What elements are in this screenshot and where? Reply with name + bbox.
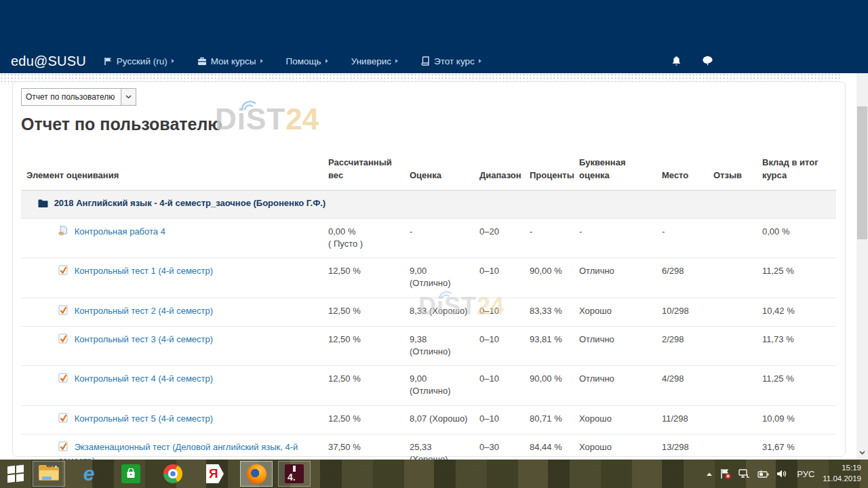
caret-down-icon xyxy=(395,59,398,63)
nav-item-this-course[interactable]: Этот курс xyxy=(421,56,481,66)
taskbar-firefox-button[interactable] xyxy=(240,461,273,487)
contribution-value: 10,09 % xyxy=(757,405,836,434)
action-center-flag-icon[interactable] xyxy=(720,468,731,479)
nav-item-label: Этот курс xyxy=(434,56,475,66)
nav-item-label: Русский (ru) xyxy=(117,56,167,66)
tray-show-hidden-icons-arrow[interactable] xyxy=(706,472,713,476)
user-grade-report-table: Элемент оценивания Рассчитанный вес Оцен… xyxy=(21,154,836,488)
app-4-icon: 4. xyxy=(285,464,304,483)
weight-note: ( Пусто ) xyxy=(328,238,399,250)
volume-icon[interactable] xyxy=(776,469,787,479)
grade-value: 8,33 (Хорошо) xyxy=(404,298,474,326)
feedback-value xyxy=(708,298,757,326)
nav-item-my-courses[interactable]: Мои курсы xyxy=(197,56,263,66)
signal-arcs-icon xyxy=(238,96,258,113)
taskbar-clock[interactable]: 15:19 11.04.2019 xyxy=(823,463,861,484)
contribution-value: 11,25 % xyxy=(757,366,836,405)
category-row: 2018 Английский язык - 4-й семестр_заочн… xyxy=(21,190,836,218)
grade-item-link[interactable]: Контрольный тест 1 (4-й семестр) xyxy=(75,266,213,276)
nav-item-help[interactable]: Помощь xyxy=(286,56,328,66)
range-value: 0–10 xyxy=(474,298,524,326)
letter-value: - xyxy=(574,218,656,258)
folder-icon xyxy=(38,199,48,211)
nav-item-label: Универис xyxy=(351,56,391,66)
windows-logo-icon xyxy=(7,465,24,483)
site-header: edu@SUSU Русский (ru) Мои курсы Помощь xyxy=(0,0,868,73)
quiz-icon xyxy=(58,373,68,386)
select-chevron-icon xyxy=(121,89,136,105)
nav-item-language[interactable]: Русский (ru) xyxy=(104,56,174,66)
caret-down-icon xyxy=(260,59,263,63)
rank-value: 11/298 xyxy=(656,405,708,434)
chrome-icon xyxy=(163,464,182,483)
taskbar-windows-store-button[interactable] xyxy=(115,460,146,488)
grade-item-link[interactable]: Контрольный тест 2 (4-й семестр) xyxy=(75,306,213,316)
network-icon[interactable] xyxy=(738,469,750,479)
feedback-value xyxy=(708,326,757,365)
grade-value: 9,38 (Отлично) xyxy=(404,326,474,365)
col-header-rank: Место xyxy=(656,154,708,190)
grade-row: Контрольная работа 4 0,00 %( Пусто ) - 0… xyxy=(21,218,836,258)
feedback-value xyxy=(708,218,757,258)
yandex-browser-icon: Я xyxy=(206,464,224,483)
category-label: 2018 Английский язык - 4-й семестр_заочн… xyxy=(54,198,326,208)
letter-value: Отлично xyxy=(574,258,656,298)
briefcase-icon xyxy=(197,57,207,66)
percent-value: 83,33 % xyxy=(524,298,574,326)
language-indicator[interactable]: РУС xyxy=(797,469,814,479)
nav-item-univeris[interactable]: Универис xyxy=(351,56,398,66)
brand-logo[interactable]: edu@SUSU xyxy=(11,54,86,69)
nav-item-label: Мои курсы xyxy=(211,56,256,66)
battery-icon[interactable] xyxy=(757,470,769,479)
grade-item-link[interactable]: Контрольный тест 5 (4-й семестр) xyxy=(75,413,213,424)
scrollbar-thumb[interactable] xyxy=(857,106,867,239)
rank-value: 6/298 xyxy=(656,258,708,298)
range-value: 0–10 xyxy=(474,366,524,405)
grade-item-link[interactable]: Контрольный тест 4 (4-й семестр) xyxy=(75,373,213,384)
grade-value: - xyxy=(404,218,474,258)
report-type-select[interactable]: Отчет по пользователю xyxy=(21,88,136,106)
messages-chat-icon[interactable] xyxy=(702,56,713,66)
grade-row: Контрольный тест 1 (4-й семестр) 12,50 %… xyxy=(21,258,836,298)
start-button[interactable] xyxy=(0,460,31,488)
grade-row: Контрольный тест 4 (4-й семестр) 12,50 %… xyxy=(21,366,836,405)
grade-value: 9,00 (Отлично) xyxy=(404,366,474,405)
dist24-watermark: DiST24 xyxy=(215,106,319,131)
clock-time: 15:19 xyxy=(823,463,861,474)
file-explorer-icon xyxy=(39,466,59,482)
feedback-value xyxy=(708,405,757,434)
rank-value: 10/298 xyxy=(656,298,708,326)
percent-value: 90,00 % xyxy=(524,258,574,298)
letter-value: Хорошо xyxy=(574,298,656,326)
clock-date: 11.04.2019 xyxy=(823,474,861,485)
quiz-icon xyxy=(58,441,68,455)
report-select-value: Отчет по пользователю xyxy=(22,89,121,105)
taskbar-chrome-button[interactable] xyxy=(157,460,189,488)
col-header-letter: Буквенная оценка xyxy=(574,154,656,190)
grade-item-link[interactable]: Контрольный тест 3 (4-й семестр) xyxy=(75,334,213,344)
notifications-bell-icon[interactable] xyxy=(671,56,682,66)
letter-value: Отлично xyxy=(574,366,656,405)
caret-down-icon xyxy=(479,59,481,63)
taskbar-yandex-browser-button[interactable]: Я xyxy=(199,460,231,488)
quiz-icon xyxy=(58,265,68,279)
taskbar-file-explorer-button[interactable] xyxy=(33,461,65,487)
quiz-icon xyxy=(58,305,68,319)
quiz-icon xyxy=(58,413,68,426)
grade-row: Контрольный тест 2 (4-й семестр) 12,50 %… xyxy=(21,298,836,326)
page-scrollbar[interactable] xyxy=(856,73,868,460)
caret-down-icon xyxy=(326,59,328,63)
taskbar-app-4-button[interactable]: 4. xyxy=(278,461,311,487)
percent-value: 80,71 % xyxy=(524,405,574,434)
contribution-value: 11,25 % xyxy=(757,258,836,298)
taskbar-internet-explorer-button[interactable]: e xyxy=(73,460,104,488)
caret-down-icon xyxy=(172,59,174,63)
book-icon xyxy=(421,56,430,66)
content-card: Отчет по пользователю Отчет по пользоват… xyxy=(12,81,846,457)
feedback-value xyxy=(708,258,757,298)
percent-value: 93,81 % xyxy=(524,326,574,365)
grade-item-link[interactable]: Контрольная работа 4 xyxy=(75,226,165,237)
scrollbar-down-arrow-icon[interactable] xyxy=(856,447,868,458)
grade-value: 8,07 (Хорошо) xyxy=(404,405,474,434)
percent-value: 90,00 % xyxy=(524,366,574,405)
